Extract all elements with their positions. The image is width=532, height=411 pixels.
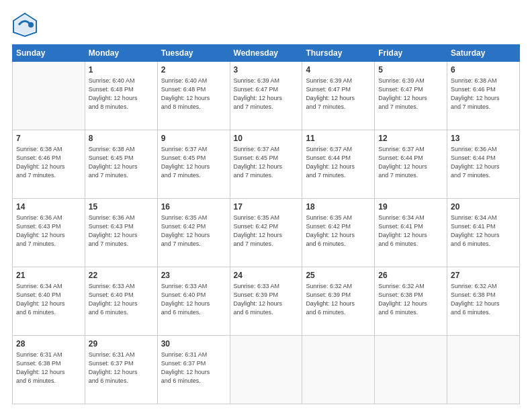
day-info: Sunrise: 6:34 AM Sunset: 6:41 PM Dayligh… — [451, 214, 500, 246]
calendar-day-cell: 25Sunrise: 6:32 AM Sunset: 6:39 PM Dayli… — [302, 267, 375, 336]
day-info: Sunrise: 6:37 AM Sunset: 6:45 PM Dayligh… — [161, 146, 210, 178]
weekday-header-sunday: Sunday — [13, 45, 85, 62]
calendar-day-cell: 28Sunrise: 6:31 AM Sunset: 6:38 PM Dayli… — [13, 336, 85, 404]
day-number: 24 — [234, 270, 299, 281]
logo — [12, 12, 38, 38]
calendar-day-cell: 3Sunrise: 6:39 AM Sunset: 6:47 PM Daylig… — [230, 62, 302, 130]
day-number: 13 — [451, 133, 516, 144]
calendar-day-cell: 2Sunrise: 6:40 AM Sunset: 6:48 PM Daylig… — [157, 62, 230, 130]
day-number: 16 — [161, 201, 226, 212]
day-info: Sunrise: 6:32 AM Sunset: 6:38 PM Dayligh… — [378, 283, 427, 315]
day-number: 15 — [89, 201, 154, 212]
day-number: 2 — [161, 64, 226, 75]
day-number: 8 — [89, 133, 154, 144]
calendar-day-cell: 7Sunrise: 6:38 AM Sunset: 6:46 PM Daylig… — [13, 130, 85, 199]
calendar-day-cell: 11Sunrise: 6:37 AM Sunset: 6:44 PM Dayli… — [302, 130, 375, 199]
calendar-day-cell: 16Sunrise: 6:35 AM Sunset: 6:42 PM Dayli… — [157, 199, 230, 267]
calendar-day-cell: 15Sunrise: 6:36 AM Sunset: 6:43 PM Dayli… — [85, 199, 157, 267]
day-number: 29 — [89, 338, 154, 349]
calendar-day-cell: 20Sunrise: 6:34 AM Sunset: 6:41 PM Dayli… — [447, 199, 520, 267]
day-number: 30 — [161, 338, 226, 349]
weekday-header-saturday: Saturday — [447, 45, 520, 62]
day-info: Sunrise: 6:33 AM Sunset: 6:40 PM Dayligh… — [161, 283, 210, 315]
calendar-day-cell: 30Sunrise: 6:31 AM Sunset: 6:37 PM Dayli… — [157, 336, 230, 404]
day-info: Sunrise: 6:31 AM Sunset: 6:37 PM Dayligh… — [89, 351, 138, 383]
day-number: 20 — [451, 201, 516, 212]
day-number: 27 — [451, 270, 516, 281]
day-info: Sunrise: 6:39 AM Sunset: 6:47 PM Dayligh… — [306, 77, 355, 109]
calendar-day-cell — [230, 336, 302, 404]
day-info: Sunrise: 6:33 AM Sunset: 6:40 PM Dayligh… — [89, 283, 138, 315]
day-info: Sunrise: 6:38 AM Sunset: 6:46 PM Dayligh… — [16, 146, 65, 178]
calendar-day-cell: 6Sunrise: 6:38 AM Sunset: 6:46 PM Daylig… — [447, 62, 520, 130]
header — [12, 12, 520, 38]
day-info: Sunrise: 6:35 AM Sunset: 6:42 PM Dayligh… — [234, 214, 283, 246]
calendar-day-cell — [447, 336, 520, 404]
day-number: 9 — [161, 133, 226, 144]
calendar-day-cell — [13, 62, 85, 130]
day-info: Sunrise: 6:33 AM Sunset: 6:39 PM Dayligh… — [234, 283, 283, 315]
calendar-day-cell: 19Sunrise: 6:34 AM Sunset: 6:41 PM Dayli… — [375, 199, 447, 267]
calendar-day-cell: 27Sunrise: 6:32 AM Sunset: 6:38 PM Dayli… — [447, 267, 520, 336]
day-number: 14 — [16, 201, 81, 212]
calendar-day-cell: 14Sunrise: 6:36 AM Sunset: 6:43 PM Dayli… — [13, 199, 85, 267]
weekday-header-thursday: Thursday — [302, 45, 375, 62]
day-info: Sunrise: 6:35 AM Sunset: 6:42 PM Dayligh… — [306, 214, 355, 246]
calendar-day-cell: 9Sunrise: 6:37 AM Sunset: 6:45 PM Daylig… — [157, 130, 230, 199]
day-info: Sunrise: 6:36 AM Sunset: 6:44 PM Dayligh… — [451, 146, 500, 178]
day-info: Sunrise: 6:35 AM Sunset: 6:42 PM Dayligh… — [161, 214, 210, 246]
day-number: 18 — [306, 201, 371, 212]
day-number: 19 — [378, 201, 443, 212]
calendar-table: SundayMondayTuesdayWednesdayThursdayFrid… — [12, 44, 520, 404]
day-info: Sunrise: 6:32 AM Sunset: 6:38 PM Dayligh… — [451, 283, 500, 315]
weekday-header-friday: Friday — [375, 45, 447, 62]
day-info: Sunrise: 6:38 AM Sunset: 6:45 PM Dayligh… — [89, 146, 138, 178]
day-info: Sunrise: 6:31 AM Sunset: 6:37 PM Dayligh… — [161, 351, 210, 383]
calendar-day-cell: 17Sunrise: 6:35 AM Sunset: 6:42 PM Dayli… — [230, 199, 302, 267]
calendar-day-cell: 21Sunrise: 6:34 AM Sunset: 6:40 PM Dayli… — [13, 267, 85, 336]
day-info: Sunrise: 6:34 AM Sunset: 6:40 PM Dayligh… — [16, 283, 65, 315]
svg-point-3 — [28, 22, 34, 28]
day-info: Sunrise: 6:39 AM Sunset: 6:47 PM Dayligh… — [234, 77, 283, 109]
day-number: 12 — [378, 133, 443, 144]
logo-icon — [12, 12, 38, 38]
day-number: 22 — [89, 270, 154, 281]
weekday-header-tuesday: Tuesday — [157, 45, 230, 62]
day-number: 23 — [161, 270, 226, 281]
calendar-day-cell: 5Sunrise: 6:39 AM Sunset: 6:47 PM Daylig… — [375, 62, 447, 130]
calendar-day-cell: 12Sunrise: 6:37 AM Sunset: 6:44 PM Dayli… — [375, 130, 447, 199]
weekday-header-wednesday: Wednesday — [230, 45, 302, 62]
calendar-day-cell: 10Sunrise: 6:37 AM Sunset: 6:45 PM Dayli… — [230, 130, 302, 199]
calendar-day-cell: 18Sunrise: 6:35 AM Sunset: 6:42 PM Dayli… — [302, 199, 375, 267]
calendar-week-row: 7Sunrise: 6:38 AM Sunset: 6:46 PM Daylig… — [13, 130, 520, 199]
day-info: Sunrise: 6:37 AM Sunset: 6:45 PM Dayligh… — [234, 146, 283, 178]
calendar-day-cell: 24Sunrise: 6:33 AM Sunset: 6:39 PM Dayli… — [230, 267, 302, 336]
calendar-day-cell: 4Sunrise: 6:39 AM Sunset: 6:47 PM Daylig… — [302, 62, 375, 130]
calendar-day-cell: 23Sunrise: 6:33 AM Sunset: 6:40 PM Dayli… — [157, 267, 230, 336]
calendar-day-cell: 29Sunrise: 6:31 AM Sunset: 6:37 PM Dayli… — [85, 336, 157, 404]
day-info: Sunrise: 6:40 AM Sunset: 6:48 PM Dayligh… — [161, 77, 210, 109]
calendar-day-cell: 26Sunrise: 6:32 AM Sunset: 6:38 PM Dayli… — [375, 267, 447, 336]
day-number: 6 — [451, 64, 516, 75]
day-number: 4 — [306, 64, 371, 75]
day-number: 17 — [234, 201, 299, 212]
day-info: Sunrise: 6:37 AM Sunset: 6:44 PM Dayligh… — [306, 146, 355, 178]
day-info: Sunrise: 6:40 AM Sunset: 6:48 PM Dayligh… — [89, 77, 138, 109]
day-info: Sunrise: 6:38 AM Sunset: 6:46 PM Dayligh… — [451, 77, 500, 109]
day-number: 25 — [306, 270, 371, 281]
calendar-day-cell: 13Sunrise: 6:36 AM Sunset: 6:44 PM Dayli… — [447, 130, 520, 199]
calendar-day-cell: 8Sunrise: 6:38 AM Sunset: 6:45 PM Daylig… — [85, 130, 157, 199]
calendar-week-row: 21Sunrise: 6:34 AM Sunset: 6:40 PM Dayli… — [13, 267, 520, 336]
day-number: 28 — [16, 338, 81, 349]
calendar-day-cell: 22Sunrise: 6:33 AM Sunset: 6:40 PM Dayli… — [85, 267, 157, 336]
day-number: 5 — [378, 64, 443, 75]
day-info: Sunrise: 6:37 AM Sunset: 6:44 PM Dayligh… — [378, 146, 427, 178]
page: SundayMondayTuesdayWednesdayThursdayFrid… — [0, 0, 532, 411]
day-number: 11 — [306, 133, 371, 144]
day-info: Sunrise: 6:32 AM Sunset: 6:39 PM Dayligh… — [306, 283, 355, 315]
day-number: 1 — [89, 64, 154, 75]
day-info: Sunrise: 6:39 AM Sunset: 6:47 PM Dayligh… — [378, 77, 427, 109]
calendar-day-cell: 1Sunrise: 6:40 AM Sunset: 6:48 PM Daylig… — [85, 62, 157, 130]
calendar-week-row: 1Sunrise: 6:40 AM Sunset: 6:48 PM Daylig… — [13, 62, 520, 130]
day-number: 3 — [234, 64, 299, 75]
